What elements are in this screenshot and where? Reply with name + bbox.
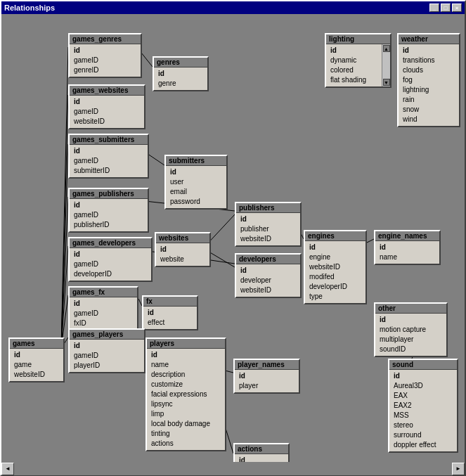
table-player-names-header: player_names — [235, 360, 299, 370]
table-weather-header: weather — [399, 34, 459, 44]
table-row: name — [151, 360, 221, 370]
table-row: doppler effect — [394, 440, 453, 450]
table-lighting-header: lighting — [326, 34, 390, 44]
table-row: customize — [151, 380, 221, 390]
table-games-submitters-header: games_submitters — [70, 135, 148, 145]
table-developers: developers id developer websiteID — [235, 253, 302, 298]
table-row: publisher — [240, 224, 296, 234]
table-row: gameID — [74, 156, 143, 166]
table-games-fx-header: games_fx — [70, 288, 137, 297]
table-row: websiteID — [14, 370, 59, 380]
table-games-websites-body: id gameID websiteID — [70, 96, 144, 128]
scroll-right-button[interactable]: ► — [452, 463, 465, 475]
table-row: gameID — [74, 56, 136, 65]
close-button[interactable]: × — [452, 4, 462, 12]
table-fx-body: id effect — [143, 307, 197, 329]
table-player-names-body: id player — [235, 370, 299, 392]
table-submitters-body: id user email password — [166, 166, 226, 208]
table-row: websiteID — [240, 285, 296, 295]
table-engine-names: engine_names id name — [374, 230, 441, 265]
table-other: other id motion capture multiplayer soun… — [374, 302, 448, 357]
table-row: EAX — [394, 391, 453, 401]
table-row: stereo — [394, 420, 453, 430]
table-row: gameID — [74, 210, 143, 220]
table-publishers-header: publishers — [236, 203, 300, 213]
scroll-left-button[interactable]: ◄ — [1, 463, 14, 475]
table-row: lightning — [403, 85, 455, 95]
table-engines-header: engines — [305, 231, 365, 241]
table-row: gameID — [74, 259, 147, 269]
table-row: developerID — [309, 282, 361, 292]
table-row: name — [380, 252, 435, 262]
table-row: user — [170, 177, 222, 187]
table-games-header: games — [10, 339, 63, 349]
canvas: games_genres id gameID genreID genres id… — [1, 14, 465, 462]
scroll-track[interactable] — [14, 463, 452, 475]
table-row: id — [158, 69, 203, 79]
table-publishers-body: id publisher websiteID — [236, 213, 300, 245]
table-row: id — [380, 315, 442, 325]
table-row: surround — [394, 430, 453, 440]
table-row: limp — [151, 409, 221, 419]
table-row: colored — [330, 65, 377, 75]
table-games-players-header: games_players — [70, 330, 144, 340]
table-row: password — [170, 197, 222, 207]
table-row: snow — [403, 105, 455, 115]
table-submitters: submitters id user email password — [164, 155, 228, 210]
table-websites-header: websites — [156, 233, 209, 243]
table-sound-body: id Aureal3D EAX EAX2 MSS stereo surround… — [389, 370, 457, 451]
table-row: id — [160, 245, 205, 255]
scrollbar[interactable]: ▲ ▼ — [382, 44, 390, 86]
table-sound: sound id Aureal3D EAX EAX2 MSS stereo su… — [388, 359, 458, 453]
table-developers-header: developers — [236, 255, 300, 264]
table-row: soundID — [380, 345, 442, 354]
table-row: websiteID — [240, 234, 296, 244]
table-row: multiplayer — [380, 335, 442, 345]
table-row: id — [151, 350, 221, 360]
table-row: id — [240, 266, 296, 276]
table-weather: weather id transitions clouds fog lightn… — [397, 33, 460, 127]
table-engine-names-body: id name — [375, 241, 439, 264]
table-games-players-body: id gameID playerID — [70, 340, 144, 372]
table-genres-header: genres — [154, 58, 207, 67]
table-games-submitters: games_submitters id gameID submitterID — [68, 134, 149, 179]
minimize-button[interactable]: _ — [429, 4, 439, 12]
table-row: transitions — [403, 56, 455, 65]
table-row: actions — [151, 439, 221, 449]
table-row: local body damage — [151, 419, 221, 429]
table-players-body: id name description customize facial exp… — [147, 349, 225, 450]
table-games-websites-header: games_websites — [70, 86, 144, 96]
table-row: engine — [309, 252, 361, 262]
maximize-button[interactable]: □ — [441, 4, 451, 12]
table-row: websiteID — [309, 262, 361, 272]
table-games-publishers-header: games_publishers — [70, 189, 148, 199]
table-row: playerID — [74, 361, 140, 371]
table-submitters-header: submitters — [166, 156, 226, 166]
table-genres: genres id genre — [153, 56, 209, 91]
table-engines: engines id engine websiteID modifed deve… — [304, 230, 367, 304]
table-row: id — [148, 308, 193, 318]
table-row: website — [160, 255, 205, 264]
table-row: fog — [403, 75, 455, 85]
table-row: wind — [403, 115, 455, 124]
table-row: id — [74, 200, 143, 210]
table-row: motion capture — [380, 325, 442, 335]
titlebar: Relationships _ □ × — [1, 1, 465, 14]
table-developers-body: id developer websiteID — [236, 264, 300, 297]
table-row: description — [151, 370, 221, 380]
table-row: publisherID — [74, 220, 143, 230]
table-websites: websites id website — [155, 232, 211, 267]
svg-line-0 — [61, 47, 68, 348]
table-row: type — [309, 292, 361, 302]
table-games-publishers-body: id gameID publisherID — [70, 199, 148, 231]
table-row: id — [170, 167, 222, 177]
table-actions-header: actions — [235, 444, 288, 454]
table-games-fx-body: id gameID fxID — [70, 297, 137, 330]
table-row: genre — [158, 79, 203, 89]
table-row: gameID — [74, 309, 133, 319]
table-row: id — [239, 371, 295, 381]
table-row: game — [14, 360, 59, 370]
table-row: fxID — [74, 319, 133, 328]
table-row: id — [394, 371, 453, 381]
table-row: flat shading — [330, 75, 377, 85]
